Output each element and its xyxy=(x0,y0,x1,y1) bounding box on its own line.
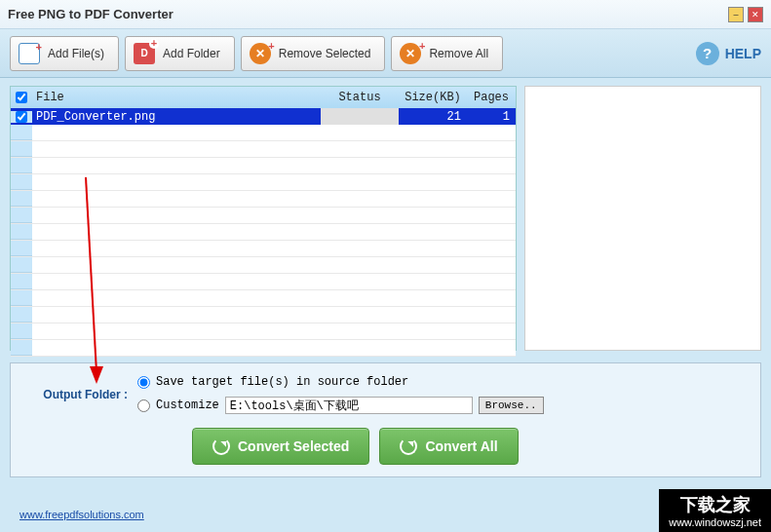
empty-check-gutter xyxy=(11,257,32,273)
radio-customize-label: Customize xyxy=(156,399,219,412)
output-panel: Output Folder : Save target file(s) in s… xyxy=(10,362,761,477)
titlebar: Free PNG to PDF Converter – ✕ xyxy=(0,0,771,29)
window-controls: – ✕ xyxy=(728,7,763,22)
empty-check-gutter xyxy=(11,224,32,240)
empty-check-gutter xyxy=(11,323,32,339)
empty-row xyxy=(11,141,516,158)
help-button[interactable]: ? HELP xyxy=(696,42,761,65)
header-file[interactable]: File xyxy=(32,91,321,104)
header-status[interactable]: Status xyxy=(321,91,399,104)
empty-row xyxy=(11,191,516,208)
empty-row xyxy=(11,208,516,224)
remove-selected-label: Remove Selected xyxy=(279,47,371,60)
folder-add-icon xyxy=(134,43,155,64)
footer-link[interactable]: www.freepdfsolutions.com xyxy=(19,509,144,520)
radio-customize[interactable] xyxy=(137,399,150,412)
row-checkbox[interactable] xyxy=(16,111,27,123)
convert-buttons: Convert Selected Convert All xyxy=(192,428,745,465)
file-add-icon xyxy=(19,43,40,64)
customize-path-input[interactable] xyxy=(225,397,473,414)
watermark-title: 下载之家 xyxy=(669,493,761,516)
empty-row xyxy=(11,307,516,323)
radio-source-row[interactable]: Save target file(s) in source folder xyxy=(137,375,544,389)
cell-file: PDF_Converter.png xyxy=(32,110,321,124)
empty-check-gutter xyxy=(11,274,32,289)
help-label: HELP xyxy=(725,46,761,61)
remove-icon xyxy=(250,43,271,64)
help-icon: ? xyxy=(696,42,719,65)
main-area: File Status Size(KB) Pages PDF_Converter… xyxy=(0,78,771,359)
window-title: Free PNG to PDF Converter xyxy=(8,7,728,21)
convert-all-button[interactable]: Convert All xyxy=(379,428,518,465)
empty-check-gutter xyxy=(11,241,32,256)
cell-status xyxy=(321,108,399,125)
refresh-icon xyxy=(212,437,230,455)
remove-all-icon xyxy=(400,43,421,64)
convert-selected-button[interactable]: Convert Selected xyxy=(192,428,369,465)
close-button[interactable]: ✕ xyxy=(748,7,763,22)
empty-row xyxy=(11,290,516,307)
empty-check-gutter xyxy=(11,340,32,356)
radio-source-label: Save target file(s) in source folder xyxy=(156,375,408,389)
empty-row xyxy=(11,323,516,340)
table-header: File Status Size(KB) Pages xyxy=(11,87,516,108)
watermark: 下载之家 www.windowszj.net xyxy=(659,489,771,532)
add-folder-label: Add Folder xyxy=(163,47,220,60)
select-all-checkbox[interactable] xyxy=(16,92,27,103)
add-files-label: Add File(s) xyxy=(48,47,104,60)
empty-row xyxy=(11,274,516,290)
radio-customize-row: Customize Browse.. xyxy=(137,397,544,414)
header-size[interactable]: Size(KB) xyxy=(399,91,467,104)
cell-pages: 1 xyxy=(467,110,516,124)
empty-row xyxy=(11,241,516,257)
empty-check-gutter xyxy=(11,290,32,306)
empty-check-gutter xyxy=(11,141,32,157)
empty-row xyxy=(11,158,516,174)
empty-row xyxy=(11,174,516,191)
empty-check-gutter xyxy=(11,208,32,223)
preview-panel xyxy=(524,86,761,351)
cell-size: 21 xyxy=(399,110,467,124)
empty-check-gutter xyxy=(11,125,32,140)
minimize-button[interactable]: – xyxy=(728,7,744,22)
empty-check-gutter xyxy=(11,174,32,190)
remove-all-button[interactable]: Remove All xyxy=(391,36,503,71)
add-folder-button[interactable]: Add Folder xyxy=(125,36,235,71)
header-pages[interactable]: Pages xyxy=(467,91,516,104)
browse-button[interactable]: Browse.. xyxy=(479,397,544,414)
convert-all-label: Convert All xyxy=(425,438,497,454)
file-table: File Status Size(KB) Pages PDF_Converter… xyxy=(10,86,517,351)
empty-row xyxy=(11,125,516,141)
radio-source[interactable] xyxy=(137,376,150,389)
empty-check-gutter xyxy=(11,158,32,173)
app-window: Free PNG to PDF Converter – ✕ Add File(s… xyxy=(0,0,771,532)
row-checkbox-cell xyxy=(11,111,32,123)
remove-all-label: Remove All xyxy=(429,47,488,60)
watermark-url: www.windowszj.net xyxy=(669,516,761,528)
refresh-icon xyxy=(400,437,417,455)
table-row[interactable]: PDF_Converter.png211 xyxy=(11,108,516,125)
add-files-button[interactable]: Add File(s) xyxy=(10,36,119,71)
output-folder-label: Output Folder : xyxy=(26,388,128,401)
header-checkbox-cell xyxy=(11,92,32,103)
output-row: Output Folder : Save target file(s) in s… xyxy=(26,375,745,414)
empty-row xyxy=(11,257,516,274)
empty-check-gutter xyxy=(11,191,32,207)
empty-row xyxy=(11,340,516,357)
convert-selected-label: Convert Selected xyxy=(238,438,349,454)
toolbar: Add File(s) Add Folder Remove Selected R… xyxy=(0,29,771,78)
empty-check-gutter xyxy=(11,307,32,323)
table-body: PDF_Converter.png211 xyxy=(11,108,516,357)
radio-customize-wrap[interactable]: Customize xyxy=(137,399,219,412)
empty-row xyxy=(11,224,516,241)
remove-selected-button[interactable]: Remove Selected xyxy=(241,36,386,71)
output-radio-group: Save target file(s) in source folder Cus… xyxy=(137,375,544,414)
